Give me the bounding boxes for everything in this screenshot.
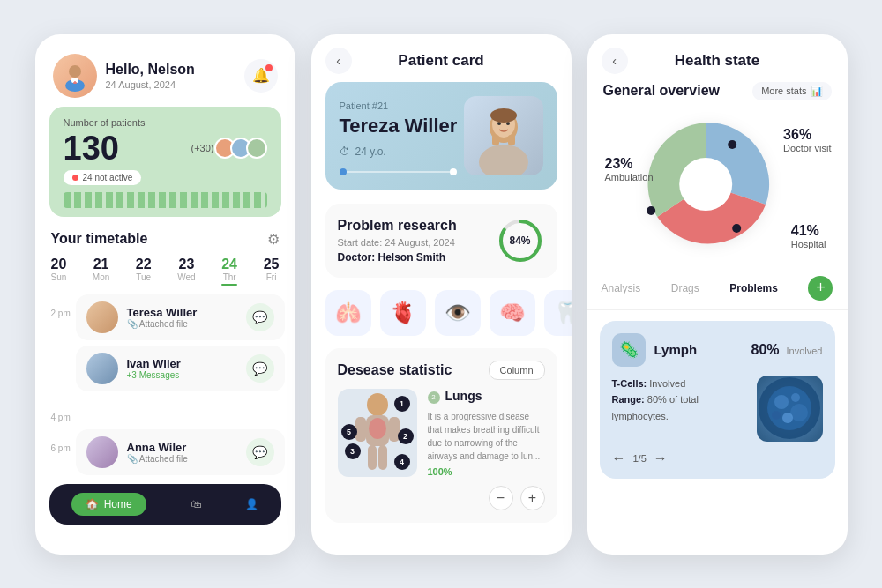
lymph-navigation: ← 1/5 → bbox=[612, 450, 823, 466]
disease-title: Desease statistic bbox=[338, 362, 452, 378]
badge-1: 1 bbox=[394, 396, 410, 412]
day-wed[interactable]: 23 Wed bbox=[177, 257, 195, 286]
patient-name: Tereza Willer bbox=[340, 115, 458, 138]
bottom-nav: 🏠 Home 🛍 👤 bbox=[49, 484, 281, 525]
back-btn-health[interactable]: ‹ bbox=[602, 48, 628, 74]
filter-icon[interactable]: ⚙ bbox=[267, 231, 280, 248]
health-state-title: Health state bbox=[675, 52, 759, 70]
timetable-header: Your timetable ⚙ bbox=[35, 229, 295, 257]
tab-problems[interactable]: Problems bbox=[729, 282, 778, 294]
disease-card: Desease statistic Column bbox=[325, 348, 557, 523]
disease-pct: 100% bbox=[428, 466, 545, 477]
problem-info: Problem research Start date: 24 August, … bbox=[338, 218, 457, 264]
notification-bell[interactable]: 🔔 bbox=[244, 59, 278, 93]
organ-other[interactable]: 🦷 bbox=[544, 290, 572, 336]
day-sun[interactable]: 20 Sun bbox=[51, 257, 67, 286]
appt-avatar-ivan bbox=[86, 353, 118, 384]
organ-heart[interactable]: 🫀 bbox=[380, 290, 426, 336]
more-stats-btn[interactable]: More stats 📊 bbox=[752, 82, 831, 100]
day-thr[interactable]: 24 Thr bbox=[221, 257, 237, 286]
svg-point-22 bbox=[679, 158, 732, 211]
greeting-date: 24 August, 2024 bbox=[106, 79, 244, 90]
badge-4: 4 bbox=[394, 454, 410, 470]
nav-bag[interactable]: 🛍 bbox=[191, 498, 201, 510]
appt-anna: Anna Wiler 📎 Attached file 💬 bbox=[76, 429, 285, 475]
badge-3: 3 bbox=[345, 443, 361, 459]
patient-photo bbox=[464, 96, 543, 175]
appt-teresa: Teresa Willer 📎 Attached file 💬 bbox=[76, 294, 285, 340]
problem-doctor: Doctor: Helson Smith bbox=[338, 251, 457, 264]
chart-icon: 📊 bbox=[811, 86, 823, 97]
notification-dot bbox=[265, 64, 273, 71]
pie-chart bbox=[635, 114, 776, 255]
message-btn-ivan[interactable]: 💬 bbox=[246, 354, 274, 383]
appt-details-teresa: Teresa Willer 📎 Attached file bbox=[127, 306, 198, 329]
patient-info-card: Patient #21 Tereza Willer ⏱ 24 y.o. bbox=[325, 82, 557, 190]
day-tue[interactable]: 22 Tue bbox=[136, 257, 152, 286]
organ-lungs[interactable]: 🫁 bbox=[325, 290, 371, 336]
decrement-btn[interactable]: − bbox=[489, 486, 513, 510]
svg-point-30 bbox=[782, 413, 793, 423]
svg-point-24 bbox=[647, 206, 655, 215]
add-tab-btn[interactable]: + bbox=[808, 276, 833, 301]
svg-rect-12 bbox=[508, 135, 515, 145]
appt-details-ivan: Ivan Wiler +3 Messages bbox=[127, 357, 181, 380]
lymph-info: T-Cells: Involved Range: 80% of totallym… bbox=[612, 376, 757, 425]
badge-5: 5 bbox=[341, 424, 357, 440]
timeslot-4pm: 4 pm bbox=[35, 398, 295, 422]
inactive-label: 24 not active bbox=[83, 173, 133, 182]
lymph-cell-image bbox=[757, 376, 823, 442]
day-mon[interactable]: 21 Mon bbox=[93, 257, 109, 286]
svg-point-25 bbox=[732, 224, 741, 233]
label-ambulation: 23% Ambulation bbox=[605, 156, 654, 182]
progress-circle: 84% bbox=[496, 216, 545, 265]
timeslot-2pm: 2 pm Teresa Willer 📎 Attached file 💬 bbox=[35, 294, 295, 391]
patients-plus: (+30) bbox=[191, 143, 214, 153]
dashboard-header: Hello, Nelson 24 August, 2024 🔔 bbox=[35, 34, 295, 107]
tab-analysis[interactable]: Analysis bbox=[602, 282, 641, 294]
organs-row: 🫁 🫀 👁️ 🧠 🦷 bbox=[311, 290, 572, 348]
tab-drags[interactable]: Drags bbox=[671, 282, 699, 294]
inactive-badge: 24 not active bbox=[64, 170, 142, 185]
doctor-avatar bbox=[53, 54, 97, 98]
disease-organ: Lungs bbox=[445, 389, 482, 403]
patient-details: Patient #21 Tereza Willer ⏱ 24 y.o. bbox=[340, 100, 458, 175]
organ-brain[interactable]: 🧠 bbox=[490, 290, 535, 336]
column-view-btn[interactable]: Column bbox=[489, 361, 545, 380]
svg-point-21 bbox=[369, 418, 386, 439]
badge-2: 2 bbox=[398, 428, 414, 444]
lungs-indicator: 2 bbox=[428, 391, 440, 404]
back-button[interactable]: ‹ bbox=[325, 48, 352, 74]
nav-home[interactable]: 🏠 Home bbox=[71, 493, 146, 516]
prev-arrow[interactable]: ← bbox=[612, 450, 626, 466]
increment-btn[interactable]: + bbox=[520, 486, 545, 510]
appt-details-anna: Anna Wiler 📎 Attached file bbox=[127, 441, 188, 464]
progress-pct: 84% bbox=[509, 234, 530, 247]
patients-avatars: (+30) bbox=[191, 138, 267, 159]
appt-ivan: Ivan Wiler +3 Messages 💬 bbox=[76, 346, 285, 391]
bag-icon: 🛍 bbox=[191, 498, 201, 510]
organ-eye[interactable]: 👁️ bbox=[435, 290, 481, 336]
lymph-icon: 🦠 bbox=[612, 333, 646, 367]
screen-patient-card: ‹ Patient card Patient #21 Tereza Willer… bbox=[311, 34, 572, 555]
screen-health-state: ‹ Health state General overview More sta… bbox=[587, 34, 848, 555]
svg-rect-20 bbox=[378, 445, 387, 470]
problem-research-card: Problem research Start date: 24 August, … bbox=[325, 204, 557, 278]
day-fri[interactable]: 25 Fri bbox=[264, 257, 280, 286]
patients-card: Number of patients 130 (+30) 24 not acti… bbox=[49, 107, 281, 217]
svg-point-28 bbox=[774, 395, 789, 409]
nav-profile[interactable]: 👤 bbox=[245, 498, 258, 510]
svg-rect-19 bbox=[368, 445, 377, 470]
lymph-name: Lymph bbox=[654, 342, 698, 357]
more-stats-label: More stats bbox=[761, 86, 806, 96]
svg-point-10 bbox=[490, 108, 517, 123]
patients-label: Number of patients bbox=[64, 117, 267, 128]
label-hospital: 41% Hospital bbox=[791, 223, 826, 249]
mini-avatar-3 bbox=[246, 138, 267, 159]
message-btn-teresa[interactable]: 💬 bbox=[246, 303, 274, 331]
screen-dashboard: Hello, Nelson 24 August, 2024 🔔 Number o… bbox=[35, 34, 295, 555]
timeslot-6pm: 6 pm Anna Wiler 📎 Attached file 💬 bbox=[35, 429, 295, 475]
wavy-decoration bbox=[64, 192, 267, 208]
next-arrow[interactable]: → bbox=[654, 450, 668, 466]
message-btn-anna[interactable]: 💬 bbox=[246, 438, 274, 466]
